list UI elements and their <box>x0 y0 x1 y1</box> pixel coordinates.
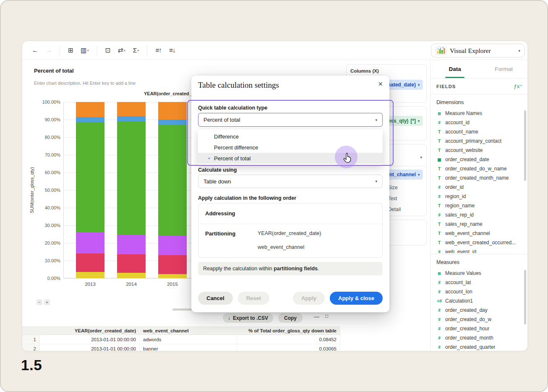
aggregate-sigma-icon[interactable]: Σ▾ <box>133 47 139 54</box>
bar-segment-yellow <box>76 272 104 278</box>
calculate-using-label: Calculate using <box>198 167 237 173</box>
text-icon: T <box>436 222 442 227</box>
stacked-bar-2015 <box>158 102 187 278</box>
measures-label: Measures <box>431 254 528 269</box>
copy-button[interactable]: Copy <box>278 313 303 323</box>
divider <box>198 224 382 224</box>
field-item[interactable]: #account_lon <box>431 287 528 296</box>
close-icon[interactable]: × <box>378 80 383 89</box>
field-item[interactable]: #web_event_id <box>431 247 528 253</box>
dropdown-option-label: Percent of total <box>214 155 251 162</box>
field-item[interactable]: #order_id <box>431 183 528 192</box>
field-item[interactable]: Tweb_event_created_occurred... <box>431 238 528 247</box>
field-item[interactable]: Tregion_name <box>431 201 528 210</box>
field-item[interactable]: #account_id <box>431 118 528 127</box>
partitioning-fields: YEAR(order_created_date)web_event_channe… <box>258 230 321 250</box>
note-bold: partitioning fields <box>274 266 318 272</box>
calculate-using-select[interactable]: Table down ▾ <box>198 175 383 188</box>
chevron-down-icon: ▾ <box>137 49 139 52</box>
cancel-button[interactable]: Cancel <box>198 292 233 305</box>
y-axis-tick: 80.00% <box>31 135 60 140</box>
number-icon: # <box>436 317 442 322</box>
chevron-down-icon: ▾ <box>375 179 377 183</box>
reset-button[interactable]: Reset <box>238 292 269 305</box>
bar-segment-purple <box>117 235 146 254</box>
table-cell: 2013-01-01 00:00:00 <box>40 335 140 344</box>
y-axis-tick: 40.00% <box>31 205 60 210</box>
number-icon: # <box>436 308 442 313</box>
apply-close-button[interactable]: Apply & close <box>330 292 383 305</box>
tab-data[interactable]: Data <box>431 60 480 78</box>
zoom-in-button[interactable]: + <box>44 299 50 305</box>
field-item[interactable]: Torder_created_month_name <box>431 173 528 183</box>
field-item[interactable]: #account_lat <box>431 278 528 287</box>
export-csv-button[interactable]: ↓ Export to .CSV <box>223 313 273 323</box>
field-item-label: region_id <box>445 193 466 199</box>
y-axis-tick: 100.00% <box>31 99 60 105</box>
chevron-down-icon: ▾ <box>418 119 420 123</box>
note-prefix: Reapply the calculation within <box>203 266 274 272</box>
maximize-icon[interactable]: □ <box>325 313 328 319</box>
field-item[interactable]: Torder_created_do_w_name <box>431 164 528 173</box>
field-item-label: sales_rep_id <box>445 212 474 218</box>
dropdown-option[interactable]: •Percent of total <box>198 153 383 164</box>
text-icon: T <box>436 139 442 144</box>
field-item-label: order_created_do_w_name <box>445 166 507 172</box>
field-item[interactable]: #order_created_hour <box>431 324 528 333</box>
sort-descending-icon-glyph: ≡↓ <box>169 47 175 54</box>
field-item[interactable]: Taccount_primary_contact <box>431 136 528 146</box>
chart-description-placeholder[interactable]: Enter chart description. Hit Enter key t… <box>34 81 136 86</box>
sort-descending-icon[interactable]: ≡↓ <box>169 47 175 54</box>
horizontal-scrollbar[interactable] <box>172 308 192 311</box>
chevron-down-icon: ▾ <box>87 49 89 52</box>
chart-options-icon[interactable]: ▥▾ <box>81 47 89 54</box>
field-item[interactable]: ▦order_created_date <box>431 155 528 164</box>
field-item-label: account_name <box>445 129 478 135</box>
y-axis-tick: 50.00% <box>31 188 60 193</box>
back-arrow-icon-glyph: ← <box>32 47 38 54</box>
modal-footer: Cancel Reset Apply Apply & close <box>198 292 383 305</box>
toolbar: ←→⊞▥▾⊡⇄▾Σ▾≡↑≡↓ Visual Explorer ▾ <box>22 41 527 60</box>
apply-button[interactable]: Apply <box>293 292 325 305</box>
table-cell: 0.08452 <box>237 335 340 344</box>
x-axis-label: 2013 <box>76 282 104 287</box>
field-item[interactable]: #order_created_day <box>431 306 528 315</box>
dimensions-list: ≣Measure Names#account_idTaccount_nameTa… <box>431 109 528 253</box>
field-item[interactable]: Tsales_rep_name <box>431 220 528 229</box>
field-item-label: order_created_hour <box>445 326 489 332</box>
tab-format[interactable]: Format <box>480 60 528 78</box>
field-item[interactable]: #region_id <box>431 192 528 201</box>
dropdown-option[interactable]: Percent difference <box>198 142 383 153</box>
field-item[interactable]: Taccount_name <box>431 127 528 136</box>
field-item[interactable]: #sales_rep_id <box>431 210 528 220</box>
sort-ascending-icon[interactable]: ≡↑ <box>155 47 162 54</box>
field-item[interactable]: Taccount_website <box>431 146 528 155</box>
field-item[interactable]: =#Calculation1 <box>431 296 528 306</box>
dropdown-option[interactable]: Difference <box>198 131 383 142</box>
visual-explorer-switcher[interactable]: Visual Explorer ▾ <box>431 44 525 57</box>
number-icon: # <box>436 194 442 199</box>
table-header-row: YEAR(order_created_date)web_event_channe… <box>22 327 340 335</box>
field-item[interactable]: #order_created_do_w <box>431 315 528 324</box>
toolbar-divider <box>60 46 60 55</box>
y-axis-tick: 0.00% <box>31 276 60 281</box>
swap-axes-icon[interactable]: ⇄▾ <box>118 47 125 54</box>
quick-calc-type-select[interactable]: Percent of total ▾ <box>198 113 383 127</box>
dimensions-scrollbar[interactable] <box>524 110 526 181</box>
field-item[interactable]: #order_created_quarter <box>431 342 528 351</box>
forward-arrow-icon[interactable]: → <box>46 47 52 54</box>
field-item[interactable]: ≣Measure Names <box>431 109 528 118</box>
field-item[interactable]: Tweb_event_channel <box>431 229 528 238</box>
crop-icon[interactable]: ⊡ <box>105 47 110 54</box>
back-arrow-icon[interactable]: ← <box>32 47 38 54</box>
x-axis-label: 2015 <box>158 282 187 287</box>
table-cell: 0.03065 <box>237 344 340 351</box>
measures-scrollbar[interactable] <box>524 270 526 324</box>
partitioning-field: YEAR(order_created_date) <box>258 230 321 236</box>
add-calculation-fx-icon[interactable]: ƒx⁺ <box>514 83 522 89</box>
zoom-out-button[interactable]: − <box>37 299 42 305</box>
minimize-icon[interactable]: — <box>314 314 319 320</box>
field-item[interactable]: #order_created_month <box>431 333 528 342</box>
duplicate-chart-icon[interactable]: ⊞ <box>68 47 73 54</box>
field-item[interactable]: ≣Measure Values <box>431 269 528 278</box>
